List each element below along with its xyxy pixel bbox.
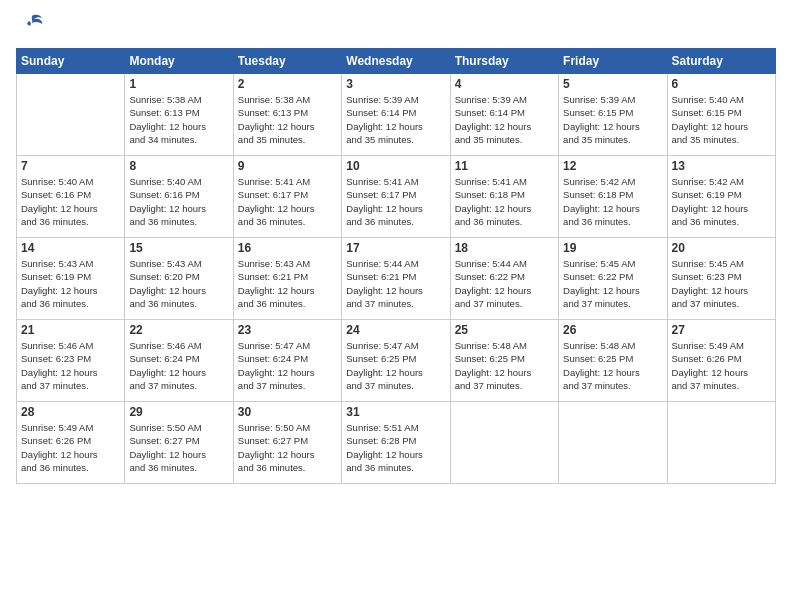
calendar-row: 1Sunrise: 5:38 AM Sunset: 6:13 PM Daylig… xyxy=(17,74,776,156)
day-info: Sunrise: 5:39 AM Sunset: 6:15 PM Dayligh… xyxy=(563,93,662,146)
day-number: 28 xyxy=(21,405,120,419)
day-info: Sunrise: 5:43 AM Sunset: 6:19 PM Dayligh… xyxy=(21,257,120,310)
day-info: Sunrise: 5:39 AM Sunset: 6:14 PM Dayligh… xyxy=(455,93,554,146)
day-number: 31 xyxy=(346,405,445,419)
day-number: 15 xyxy=(129,241,228,255)
day-number: 2 xyxy=(238,77,337,91)
day-number: 21 xyxy=(21,323,120,337)
day-number: 17 xyxy=(346,241,445,255)
day-info: Sunrise: 5:44 AM Sunset: 6:22 PM Dayligh… xyxy=(455,257,554,310)
calendar-cell: 12Sunrise: 5:42 AM Sunset: 6:18 PM Dayli… xyxy=(559,156,667,238)
calendar-cell: 31Sunrise: 5:51 AM Sunset: 6:28 PM Dayli… xyxy=(342,402,450,484)
calendar-cell: 24Sunrise: 5:47 AM Sunset: 6:25 PM Dayli… xyxy=(342,320,450,402)
day-number: 5 xyxy=(563,77,662,91)
day-info: Sunrise: 5:50 AM Sunset: 6:27 PM Dayligh… xyxy=(238,421,337,474)
day-number: 1 xyxy=(129,77,228,91)
day-info: Sunrise: 5:43 AM Sunset: 6:20 PM Dayligh… xyxy=(129,257,228,310)
day-number: 24 xyxy=(346,323,445,337)
day-info: Sunrise: 5:47 AM Sunset: 6:25 PM Dayligh… xyxy=(346,339,445,392)
page-container: SundayMondayTuesdayWednesdayThursdayFrid… xyxy=(0,0,792,612)
calendar-cell: 3Sunrise: 5:39 AM Sunset: 6:14 PM Daylig… xyxy=(342,74,450,156)
day-number: 26 xyxy=(563,323,662,337)
weekday-header: Saturday xyxy=(667,49,775,74)
day-number: 7 xyxy=(21,159,120,173)
calendar-cell: 20Sunrise: 5:45 AM Sunset: 6:23 PM Dayli… xyxy=(667,238,775,320)
calendar-cell: 15Sunrise: 5:43 AM Sunset: 6:20 PM Dayli… xyxy=(125,238,233,320)
day-info: Sunrise: 5:39 AM Sunset: 6:14 PM Dayligh… xyxy=(346,93,445,146)
calendar-cell: 1Sunrise: 5:38 AM Sunset: 6:13 PM Daylig… xyxy=(125,74,233,156)
calendar-cell: 30Sunrise: 5:50 AM Sunset: 6:27 PM Dayli… xyxy=(233,402,341,484)
calendar-table: SundayMondayTuesdayWednesdayThursdayFrid… xyxy=(16,48,776,484)
calendar-cell: 25Sunrise: 5:48 AM Sunset: 6:25 PM Dayli… xyxy=(450,320,558,402)
day-number: 18 xyxy=(455,241,554,255)
day-info: Sunrise: 5:41 AM Sunset: 6:17 PM Dayligh… xyxy=(238,175,337,228)
day-number: 6 xyxy=(672,77,771,91)
calendar-body: 1Sunrise: 5:38 AM Sunset: 6:13 PM Daylig… xyxy=(17,74,776,484)
day-number: 25 xyxy=(455,323,554,337)
day-info: Sunrise: 5:48 AM Sunset: 6:25 PM Dayligh… xyxy=(563,339,662,392)
calendar-row: 21Sunrise: 5:46 AM Sunset: 6:23 PM Dayli… xyxy=(17,320,776,402)
weekday-header: Wednesday xyxy=(342,49,450,74)
calendar-cell: 8Sunrise: 5:40 AM Sunset: 6:16 PM Daylig… xyxy=(125,156,233,238)
day-info: Sunrise: 5:40 AM Sunset: 6:16 PM Dayligh… xyxy=(21,175,120,228)
calendar-cell: 23Sunrise: 5:47 AM Sunset: 6:24 PM Dayli… xyxy=(233,320,341,402)
calendar-cell: 29Sunrise: 5:50 AM Sunset: 6:27 PM Dayli… xyxy=(125,402,233,484)
day-number: 4 xyxy=(455,77,554,91)
calendar-cell: 11Sunrise: 5:41 AM Sunset: 6:18 PM Dayli… xyxy=(450,156,558,238)
day-info: Sunrise: 5:38 AM Sunset: 6:13 PM Dayligh… xyxy=(129,93,228,146)
calendar-cell: 28Sunrise: 5:49 AM Sunset: 6:26 PM Dayli… xyxy=(17,402,125,484)
calendar-cell: 18Sunrise: 5:44 AM Sunset: 6:22 PM Dayli… xyxy=(450,238,558,320)
day-info: Sunrise: 5:42 AM Sunset: 6:19 PM Dayligh… xyxy=(672,175,771,228)
calendar-cell: 27Sunrise: 5:49 AM Sunset: 6:26 PM Dayli… xyxy=(667,320,775,402)
day-number: 27 xyxy=(672,323,771,337)
logo-bird-icon xyxy=(18,12,46,40)
calendar-cell: 17Sunrise: 5:44 AM Sunset: 6:21 PM Dayli… xyxy=(342,238,450,320)
calendar-row: 28Sunrise: 5:49 AM Sunset: 6:26 PM Dayli… xyxy=(17,402,776,484)
day-number: 29 xyxy=(129,405,228,419)
day-info: Sunrise: 5:43 AM Sunset: 6:21 PM Dayligh… xyxy=(238,257,337,310)
calendar-cell: 26Sunrise: 5:48 AM Sunset: 6:25 PM Dayli… xyxy=(559,320,667,402)
weekday-header: Thursday xyxy=(450,49,558,74)
weekday-header: Tuesday xyxy=(233,49,341,74)
day-number: 10 xyxy=(346,159,445,173)
day-info: Sunrise: 5:42 AM Sunset: 6:18 PM Dayligh… xyxy=(563,175,662,228)
day-info: Sunrise: 5:41 AM Sunset: 6:18 PM Dayligh… xyxy=(455,175,554,228)
day-info: Sunrise: 5:46 AM Sunset: 6:23 PM Dayligh… xyxy=(21,339,120,392)
day-number: 22 xyxy=(129,323,228,337)
day-number: 14 xyxy=(21,241,120,255)
weekday-header: Sunday xyxy=(17,49,125,74)
calendar-cell xyxy=(450,402,558,484)
calendar-row: 7Sunrise: 5:40 AM Sunset: 6:16 PM Daylig… xyxy=(17,156,776,238)
page-header xyxy=(16,16,776,38)
calendar-cell: 5Sunrise: 5:39 AM Sunset: 6:15 PM Daylig… xyxy=(559,74,667,156)
day-number: 13 xyxy=(672,159,771,173)
day-number: 12 xyxy=(563,159,662,173)
day-info: Sunrise: 5:38 AM Sunset: 6:13 PM Dayligh… xyxy=(238,93,337,146)
calendar-row: 14Sunrise: 5:43 AM Sunset: 6:19 PM Dayli… xyxy=(17,238,776,320)
logo xyxy=(16,16,46,38)
calendar-cell: 9Sunrise: 5:41 AM Sunset: 6:17 PM Daylig… xyxy=(233,156,341,238)
day-number: 9 xyxy=(238,159,337,173)
day-info: Sunrise: 5:47 AM Sunset: 6:24 PM Dayligh… xyxy=(238,339,337,392)
calendar-header: SundayMondayTuesdayWednesdayThursdayFrid… xyxy=(17,49,776,74)
day-number: 8 xyxy=(129,159,228,173)
day-number: 16 xyxy=(238,241,337,255)
day-info: Sunrise: 5:45 AM Sunset: 6:22 PM Dayligh… xyxy=(563,257,662,310)
calendar-cell: 13Sunrise: 5:42 AM Sunset: 6:19 PM Dayli… xyxy=(667,156,775,238)
day-info: Sunrise: 5:48 AM Sunset: 6:25 PM Dayligh… xyxy=(455,339,554,392)
weekday-header: Friday xyxy=(559,49,667,74)
calendar-cell: 19Sunrise: 5:45 AM Sunset: 6:22 PM Dayli… xyxy=(559,238,667,320)
calendar-cell xyxy=(559,402,667,484)
calendar-cell: 10Sunrise: 5:41 AM Sunset: 6:17 PM Dayli… xyxy=(342,156,450,238)
day-info: Sunrise: 5:44 AM Sunset: 6:21 PM Dayligh… xyxy=(346,257,445,310)
day-info: Sunrise: 5:51 AM Sunset: 6:28 PM Dayligh… xyxy=(346,421,445,474)
calendar-cell: 14Sunrise: 5:43 AM Sunset: 6:19 PM Dayli… xyxy=(17,238,125,320)
calendar-cell: 21Sunrise: 5:46 AM Sunset: 6:23 PM Dayli… xyxy=(17,320,125,402)
day-info: Sunrise: 5:49 AM Sunset: 6:26 PM Dayligh… xyxy=(21,421,120,474)
day-info: Sunrise: 5:40 AM Sunset: 6:16 PM Dayligh… xyxy=(129,175,228,228)
calendar-cell: 6Sunrise: 5:40 AM Sunset: 6:15 PM Daylig… xyxy=(667,74,775,156)
day-number: 11 xyxy=(455,159,554,173)
day-number: 23 xyxy=(238,323,337,337)
calendar-cell xyxy=(17,74,125,156)
day-number: 30 xyxy=(238,405,337,419)
